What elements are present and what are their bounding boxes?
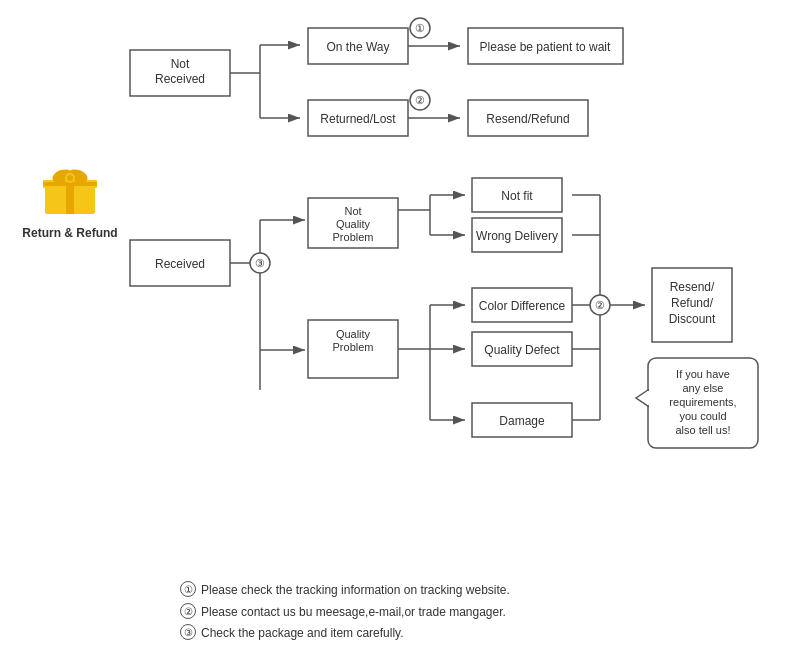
svg-text:Received: Received <box>155 72 205 86</box>
svg-text:requirements,: requirements, <box>669 396 736 408</box>
svg-text:Damage: Damage <box>499 414 545 428</box>
note-1-text: Please check the tracking information on… <box>201 580 510 602</box>
gift-icon <box>40 160 100 220</box>
svg-text:On the Way: On the Way <box>327 40 390 54</box>
icon-label: Return & Refund <box>22 226 117 240</box>
note-3-num: ③ <box>180 624 196 640</box>
svg-text:Resend/: Resend/ <box>670 280 715 294</box>
svg-text:any else: any else <box>683 382 724 394</box>
svg-text:Quality Defect: Quality Defect <box>484 343 560 357</box>
svg-text:also tell us!: also tell us! <box>675 424 730 436</box>
svg-text:Please be patient to wait: Please be patient to wait <box>480 40 611 54</box>
note-2: ② Please contact us bu meesage,e-mail,or… <box>180 602 510 624</box>
svg-text:Not: Not <box>344 205 361 217</box>
svg-point-7 <box>67 175 73 181</box>
svg-text:you could: you could <box>679 410 726 422</box>
svg-text:Returned/Lost: Returned/Lost <box>320 112 396 126</box>
svg-marker-78 <box>636 390 648 406</box>
svg-text:Refund/: Refund/ <box>671 296 714 310</box>
svg-text:Discount: Discount <box>669 312 716 326</box>
note-1: ① Please check the tracking information … <box>180 580 510 602</box>
svg-text:Received: Received <box>155 257 205 271</box>
svg-text:Resend/Refund: Resend/Refund <box>486 112 569 126</box>
svg-text:Not: Not <box>171 57 190 71</box>
notes-section: ① Please check the tracking information … <box>180 580 510 645</box>
note-2-text: Please contact us bu meesage,e-mail,or t… <box>201 602 506 624</box>
svg-text:Wrong Delivery: Wrong Delivery <box>476 229 558 243</box>
svg-text:Color Difference: Color Difference <box>479 299 566 313</box>
svg-text:Problem: Problem <box>333 231 374 243</box>
svg-text:②: ② <box>595 299 605 311</box>
svg-text:Not fit: Not fit <box>501 189 533 203</box>
flowchart-svg: Not Received On the Way ① Please be pati… <box>120 10 770 570</box>
svg-text:Quality: Quality <box>336 218 371 230</box>
svg-text:②: ② <box>415 94 425 106</box>
page: Return & Refund Not Received On the Way … <box>0 0 800 660</box>
note-3: ③ Check the package and item carefully. <box>180 623 510 645</box>
svg-text:Problem: Problem <box>333 341 374 353</box>
svg-text:③: ③ <box>255 257 265 269</box>
note-2-num: ② <box>180 603 196 619</box>
svg-text:①: ① <box>415 22 425 34</box>
svg-text:Quality: Quality <box>336 328 371 340</box>
icon-area: Return & Refund <box>20 160 120 240</box>
note-1-num: ① <box>180 581 196 597</box>
note-3-text: Check the package and item carefully. <box>201 623 404 645</box>
svg-text:If you have: If you have <box>676 368 730 380</box>
